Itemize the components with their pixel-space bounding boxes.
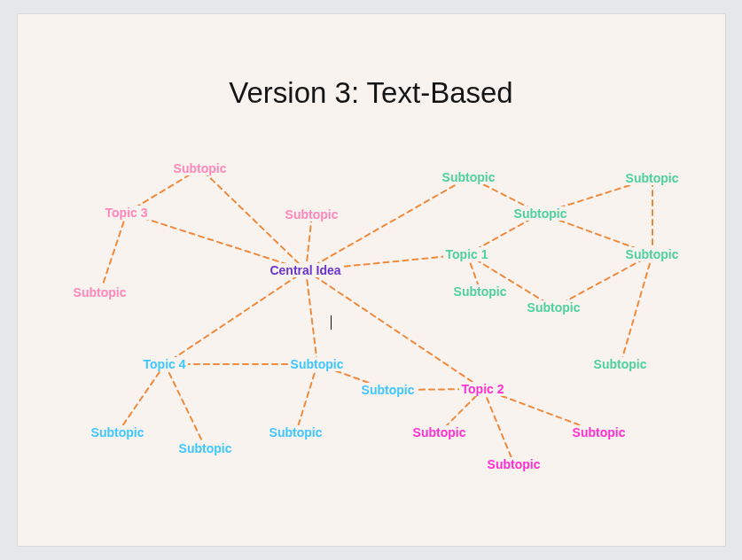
diagram-title: Version 3: Text-Based [229, 76, 512, 110]
svg-line-2 [127, 213, 306, 270]
svg-line-24 [165, 364, 206, 448]
topic-4-subtopic: Subtopic [288, 357, 347, 371]
topic-1-node: Topic 1 [443, 247, 491, 261]
topic-4-subtopic: Subtopic [359, 383, 418, 397]
topic-4-subtopic: Subtopic [176, 441, 235, 455]
svg-line-22 [100, 213, 127, 292]
topic-3-subtopic: Subtopic [71, 285, 129, 299]
text-cursor-icon [331, 315, 332, 330]
topic-3-subtopic: Subtopic [171, 161, 230, 175]
svg-line-27 [296, 364, 317, 432]
diagram-canvas: Version 3: Text-Based Central Idea Topic… [17, 13, 726, 547]
svg-line-10 [467, 254, 554, 307]
topic-1-subtopic: Subtopic [512, 206, 570, 221]
svg-line-7 [306, 270, 317, 364]
central-idea-node: Central Idea [267, 263, 343, 277]
topic-1-subtopic: Subtopic [623, 171, 682, 185]
topic-2-subtopic: Subtopic [410, 425, 469, 439]
svg-line-3 [165, 270, 306, 364]
svg-line-15 [621, 254, 652, 364]
topic-1-subtopic: Subtopic [451, 284, 510, 299]
svg-line-25 [118, 364, 165, 432]
svg-line-18 [483, 389, 514, 464]
topic-4-node: Topic 4 [141, 357, 189, 371]
topic-1-subtopic: Subtopic [440, 170, 498, 184]
topic-1-subtopic: Subtopic [525, 300, 583, 315]
topic-1-subtopic: Subtopic [591, 357, 650, 371]
topic-2-subtopic: Subtopic [485, 457, 543, 471]
topic-4-subtopic: Subtopic [89, 425, 147, 439]
topic-2-node: Topic 2 [459, 382, 507, 396]
topic-3-subtopic: Subtopic [283, 207, 341, 222]
topic-3-node: Topic 3 [103, 206, 151, 220]
topic-2-subtopic: Subtopic [570, 425, 629, 439]
topic-1-subtopic: Subtopic [623, 247, 682, 261]
svg-line-16 [554, 254, 652, 307]
svg-line-5 [306, 214, 312, 270]
topic-4-subtopic: Subtopic [267, 425, 325, 439]
